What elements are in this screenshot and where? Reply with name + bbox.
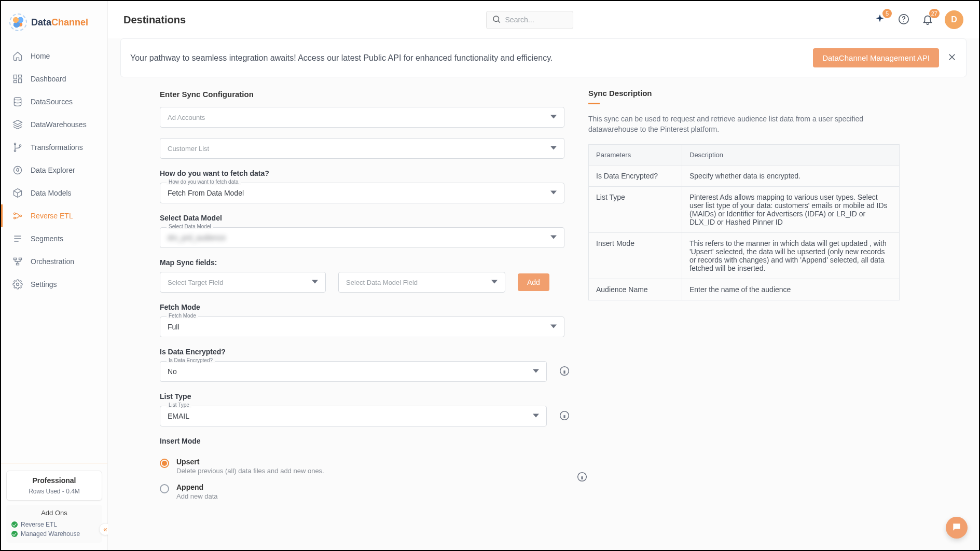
- page-title: Destinations: [123, 14, 186, 26]
- add-mapping-button[interactable]: Add: [518, 273, 549, 291]
- chevron-down-icon: [550, 233, 557, 242]
- select-placeholder: Select Data Model Field: [346, 279, 418, 286]
- sidebar-item-label: Home: [31, 52, 50, 60]
- model-field-select[interactable]: Select Data Model Field: [338, 272, 505, 293]
- search-icon: [492, 15, 501, 25]
- sidebar-item-datasources[interactable]: DataSources: [1, 90, 107, 113]
- svg-point-10: [14, 217, 16, 219]
- data-model-select[interactable]: Select Data Model dm_prd_audience: [160, 227, 564, 248]
- select-placeholder: Select Target Field: [168, 279, 223, 286]
- banner-text: Your pathway to seamless integration awa…: [130, 53, 553, 63]
- insert-mode-upsert-radio[interactable]: [160, 459, 169, 468]
- fetch-mode-select[interactable]: Fetch Mode Full: [160, 316, 564, 337]
- select-value: EMAIL: [168, 412, 189, 420]
- table-cell: List Type: [589, 186, 682, 232]
- svg-rect-12: [14, 258, 17, 259]
- svg-point-5: [14, 143, 16, 145]
- plan-name: Professional: [13, 476, 95, 485]
- is-data-encrypted-select[interactable]: Is Data Encrypted? No: [160, 361, 547, 382]
- banner-cta-button[interactable]: DataChannel Management API: [813, 48, 939, 67]
- sidebar-footer: Professional Rows Used - 0.4M Add Ons Re…: [1, 463, 107, 550]
- sidebar-item-transformations[interactable]: Transformations: [1, 136, 107, 159]
- fetch-method-select[interactable]: How do you want to fetch data Fetch From…: [160, 183, 564, 203]
- select-float-label: Is Data Encrypted?: [167, 357, 215, 363]
- select-float-label: How do you want to fetch data: [167, 179, 241, 185]
- sidebar-item-orchestration[interactable]: Orchestration: [1, 250, 107, 273]
- search-input-wrapper[interactable]: [486, 11, 573, 29]
- help-button[interactable]: [897, 13, 910, 26]
- sparkle-badge: 5: [882, 9, 892, 18]
- table-row: Is Data Encrypted? Specify whether data …: [589, 165, 900, 186]
- table-row: Audience Name Enter the name of the audi…: [589, 279, 900, 300]
- sidebar-item-datawarehouses[interactable]: DataWarehouses: [1, 113, 107, 136]
- select-float-label: Select Data Model: [167, 224, 213, 229]
- info-icon: [559, 410, 570, 422]
- info-button[interactable]: [559, 410, 570, 422]
- cube-icon: [12, 187, 23, 199]
- logo-mark-icon: [9, 13, 27, 31]
- sidebar-item-home[interactable]: Home: [1, 45, 107, 67]
- insert-mode-append-radio[interactable]: [160, 484, 169, 493]
- select-value: Fetch From Data Model: [168, 189, 244, 197]
- select-float-label: Fetch Mode: [167, 313, 198, 319]
- sidebar-item-label: DataSources: [31, 98, 73, 106]
- sidebar-item-settings[interactable]: Settings: [1, 273, 107, 296]
- chat-icon: [951, 522, 962, 534]
- svg-rect-2: [19, 79, 22, 83]
- workflow-icon: [12, 256, 23, 267]
- svg-point-22: [955, 526, 956, 527]
- sparkle-button[interactable]: 5: [873, 13, 887, 26]
- explore-icon: [12, 164, 23, 176]
- ad-accounts-select[interactable]: Ad Accounts: [160, 107, 564, 128]
- chevron-down-icon: [550, 113, 557, 121]
- svg-rect-1: [19, 75, 22, 77]
- parameters-table: Parameters Description Is Data Encrypted…: [588, 144, 900, 300]
- notifications-button[interactable]: 27: [921, 13, 934, 26]
- avatar[interactable]: D: [945, 10, 963, 29]
- svg-rect-0: [14, 75, 17, 79]
- svg-point-18: [903, 21, 904, 21]
- table-cell: Insert Mode: [589, 232, 682, 279]
- info-button[interactable]: [577, 472, 587, 484]
- radio-sublabel: Add new data: [176, 492, 218, 500]
- close-icon: [947, 55, 957, 63]
- table-cell: Enter the name of the audience: [682, 279, 900, 300]
- topbar-actions: 5 27 D: [873, 10, 963, 29]
- sync-description-heading: Sync Description: [588, 89, 900, 98]
- table-cell: This refers to the manner in which data …: [682, 232, 900, 279]
- svg-rect-13: [19, 258, 22, 259]
- reverse-etl-icon: [12, 210, 23, 222]
- addons-card: Add Ons Reverse ETL Managed Warehouse: [6, 505, 102, 543]
- sidebar-item-data-explorer[interactable]: Data Explorer: [1, 159, 107, 182]
- sidebar-item-reverse-etl[interactable]: Reverse ETL: [1, 204, 107, 227]
- banner-close-button[interactable]: [947, 52, 957, 63]
- table-row: Insert Mode This refers to the manner in…: [589, 232, 900, 279]
- fetch-question-label: How do you want to fetch data?: [160, 169, 570, 177]
- sidebar-item-label: Dashboard: [31, 75, 66, 83]
- info-icon: [577, 472, 587, 484]
- addon-label: Managed Warehouse: [21, 530, 80, 538]
- radio-label: Append: [176, 483, 218, 491]
- sidebar-item-data-models[interactable]: Data Models: [1, 182, 107, 204]
- layers-icon: [12, 119, 23, 130]
- table-cell: Pinterest Ads allows mapping to various …: [682, 186, 900, 232]
- plan-card[interactable]: Professional Rows Used - 0.4M: [6, 471, 102, 501]
- info-button[interactable]: [559, 366, 570, 378]
- git-branch-icon: [12, 142, 23, 153]
- sidebar: DataChannel Home Dashboard DataSources D…: [1, 1, 108, 550]
- chat-fab[interactable]: [946, 517, 968, 539]
- logo[interactable]: DataChannel: [1, 1, 107, 45]
- search-input[interactable]: [505, 16, 557, 24]
- select-value: dm_prd_audience: [168, 233, 226, 242]
- customer-list-select[interactable]: Customer List: [160, 138, 564, 159]
- target-field-select[interactable]: Select Target Field: [160, 272, 326, 293]
- sidebar-item-dashboard[interactable]: Dashboard: [1, 67, 107, 90]
- sidebar-item-label: Transformations: [31, 143, 83, 151]
- svg-point-11: [20, 215, 21, 216]
- svg-rect-3: [14, 80, 17, 82]
- table-cell: Is Data Encrypted?: [589, 165, 682, 186]
- list-type-select[interactable]: List Type EMAIL: [160, 406, 547, 426]
- sidebar-item-segments[interactable]: Segments: [1, 227, 107, 250]
- sidebar-item-label: Reverse ETL: [31, 212, 73, 220]
- table-cell: Specify whether data is encrypted.: [682, 165, 900, 186]
